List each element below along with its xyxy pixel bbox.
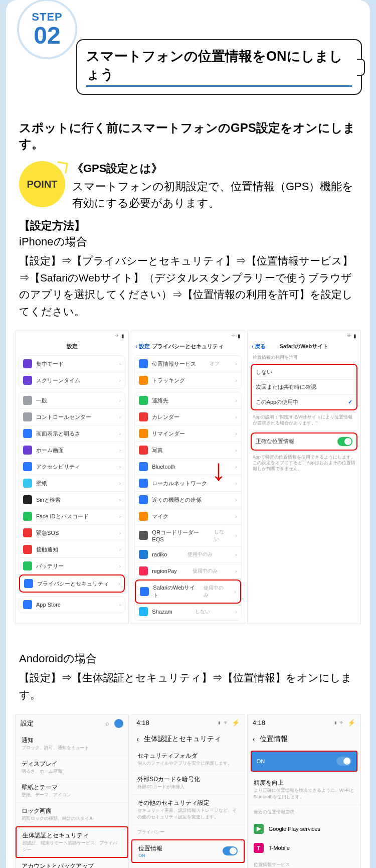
settings-row[interactable]: リマインダー›	[135, 425, 241, 442]
screen-header: 設定 ⌕	[16, 715, 128, 732]
wifi-icon: ᯤ	[232, 333, 237, 339]
accuracy-row[interactable]: 精度を向上より正確に位置情報を検出できるように、Wi-FiとBluetoothを…	[248, 775, 360, 805]
settings-row[interactable]: その他のセキュリティ設定セキュリティ更新、認証情報ストレージなど、その他のセキュ…	[131, 795, 244, 825]
chevron-right-icon: ›	[235, 447, 237, 453]
app-icon: ▶	[254, 824, 264, 834]
back-button[interactable]: ‹ 設定	[135, 343, 150, 350]
app-icon	[23, 396, 32, 405]
settings-row[interactable]: 壁紙›	[19, 475, 125, 492]
app-icon	[139, 607, 148, 616]
search-icon[interactable]: ⌕	[105, 719, 109, 727]
settings-row[interactable]: Face IDとパスコード›	[19, 508, 125, 525]
permission-options: しない次回または共有時に確認このAppの使用中✓	[251, 364, 357, 410]
row-label: コントロールセンター	[36, 413, 91, 421]
lead-text: スポットに行く前にスマートフォンのGPS設定をオンにします。	[19, 120, 357, 152]
settings-row[interactable]: 画面表示と明るさ›	[19, 425, 125, 442]
settings-row[interactable]: 通知ブロック、許可、通知をミュート	[16, 732, 128, 756]
settings-row[interactable]: regionPay使用中のみ›	[135, 563, 241, 580]
app-icon	[139, 462, 148, 471]
settings-row[interactable]: アカウントとバックアップSamsungクラウド、Smart Switch	[16, 858, 128, 868]
settings-row[interactable]: SafariのWebサイト使用中のみ›	[135, 580, 241, 604]
settings-row[interactable]: ディスプレイ明るさ、ホーム画面	[16, 756, 128, 779]
status-bar: ᯤ▮	[248, 331, 360, 341]
settings-row[interactable]: 集中モード›	[19, 356, 125, 372]
app-row[interactable]: TT-Mobile	[248, 838, 360, 857]
chevron-right-icon: ›	[235, 430, 237, 437]
iphone-safari-screen: ᯤ▮ ‹ 戻る SafariのWebサイト 位置情報の利用を許可 しない次回また…	[247, 331, 361, 624]
row-label: 一般	[36, 397, 47, 404]
settings-row[interactable]: Shazamしない›	[135, 604, 241, 620]
settings-row[interactable]: 生体認証とセキュリティ顔認証、端末リモート追跡サービス、プライバシー	[16, 826, 128, 858]
toggle-on-icon[interactable]	[223, 846, 238, 855]
row-label: バッテリー	[36, 562, 64, 570]
settings-row[interactable]: アクセシビリティ›	[19, 459, 125, 475]
chevron-right-icon: ›	[119, 530, 121, 536]
settings-row[interactable]: セキュリティフォルダ個人のファイルやアプリを安全に保護します。	[131, 748, 244, 771]
point-block: POINT 《GPS設定とは》 スマートフォンの初期設定で、位置情報（GPS）機…	[19, 161, 357, 211]
avatar-icon[interactable]	[114, 719, 123, 728]
settings-row[interactable]: アプリの権限	[131, 863, 244, 868]
chevron-right-icon: ›	[235, 513, 237, 519]
row-value: オフ	[210, 360, 222, 367]
settings-row[interactable]: 一般›	[19, 392, 125, 409]
row-label: 集中モード	[36, 360, 64, 368]
row-label: プライバシーとセキュリティ	[37, 580, 109, 588]
settings-row[interactable]: 緊急SOS›	[19, 525, 125, 541]
row-label: 画面表示と明るさ	[36, 430, 80, 438]
section-label: 最近の位置情報要求	[254, 809, 354, 815]
app-icon	[23, 479, 32, 488]
settings-row[interactable]: 位置情報サービスオフ›	[135, 356, 241, 372]
settings-row[interactable]: 連絡先›	[135, 392, 241, 409]
settings-row[interactable]: コントロールセンター›	[19, 409, 125, 425]
app-icon	[23, 462, 32, 471]
settings-row[interactable]: App Store›	[19, 597, 125, 613]
settings-row[interactable]: 壁紙とテーマ壁紙、テーマ、アイコン	[16, 779, 128, 803]
app-icon	[139, 396, 148, 405]
row-label: Shazam	[152, 609, 172, 615]
back-header[interactable]: ‹ 位置情報	[248, 731, 360, 748]
screen-title: 設定	[16, 341, 128, 352]
location-row[interactable]: 位置情報ON	[131, 839, 244, 863]
back-header[interactable]: ‹ 生体認証とセキュリティ	[131, 731, 244, 748]
privacy-group: 連絡先›カレンダー›リマインダー›写真›Bluetooth›ローカルネットワーク…	[134, 392, 241, 621]
settings-row[interactable]: トラッキング›	[135, 372, 241, 388]
iphone-privacy-screen: ᯤ▮ ‹ 設定 プライバシーとセキュリティ 位置情報サービスオフ›トラッキング›…	[131, 331, 245, 624]
settings-row[interactable]: ロック画面画面ロックの種類、時計のスタイル	[16, 803, 128, 826]
iphone-settings-screen: ᯤ▮ 設定 集中モード›スクリーンタイム› 一般›コントロールセンター›画面表示…	[15, 331, 129, 624]
permission-option[interactable]: しない	[252, 365, 356, 380]
back-button[interactable]: ‹ 戻る	[252, 343, 266, 350]
settings-row[interactable]: バッテリー›	[19, 558, 125, 574]
chevron-right-icon: ›	[119, 546, 121, 552]
chevron-right-icon: ›	[119, 602, 121, 608]
row-label: ローカルネットワーク	[152, 480, 207, 487]
settings-row[interactable]: カレンダー›	[135, 409, 241, 425]
toggle-on-icon[interactable]	[337, 437, 352, 446]
settings-row[interactable]: Siriと検索›	[19, 492, 125, 508]
settings-row[interactable]: ホーム画面›	[19, 442, 125, 459]
settings-row[interactable]: 外部SDカードを暗号化外部SDカードが未挿入	[131, 771, 244, 795]
toggle-on-icon[interactable]	[336, 757, 351, 766]
settings-row[interactable]: プライバシーとセキュリティ›	[19, 574, 125, 593]
settings-row[interactable]: radiko使用中のみ›	[135, 546, 241, 563]
point-heading: 《GPS設定とは》	[72, 161, 357, 176]
battery-icon: ▮	[121, 333, 124, 339]
settings-row[interactable]: QRコードリーダーEQSしない›	[135, 525, 241, 546]
settings-group: 一般›コントロールセンター›画面表示と明るさ›ホーム画面›アクセシビリティ›壁紙…	[19, 392, 125, 593]
settings-row[interactable]: 近くの機器との連係›	[135, 492, 241, 508]
settings-row[interactable]: 接触通知›	[19, 541, 125, 558]
app-icon	[139, 512, 148, 521]
wifi-icon: ᯤ	[115, 333, 120, 339]
permission-option[interactable]: このAppの使用中✓	[252, 395, 356, 409]
settings-row[interactable]: マイク›	[135, 508, 241, 525]
chevron-right-icon: ›	[235, 532, 237, 538]
precise-location: 正確な位置情報	[251, 432, 357, 451]
precise-location-row[interactable]: 正確な位置情報	[252, 433, 356, 450]
location-on-pill[interactable]: ON	[251, 751, 357, 772]
app-row[interactable]: ▶Google Play services	[248, 819, 360, 838]
chevron-right-icon: ›	[235, 497, 237, 503]
iphone-flow: 【設定】⇒【プライバシーとセキュリティ】⇒【位置情報サービス】⇒【Safariの…	[19, 252, 357, 320]
permission-option[interactable]: 次回または共有時に確認	[252, 380, 356, 395]
page-title: スマートフォンの位置情報をONにしましょう	[76, 39, 362, 95]
settings-row[interactable]: スクリーンタイム›	[19, 372, 125, 388]
app-icon	[139, 479, 148, 488]
